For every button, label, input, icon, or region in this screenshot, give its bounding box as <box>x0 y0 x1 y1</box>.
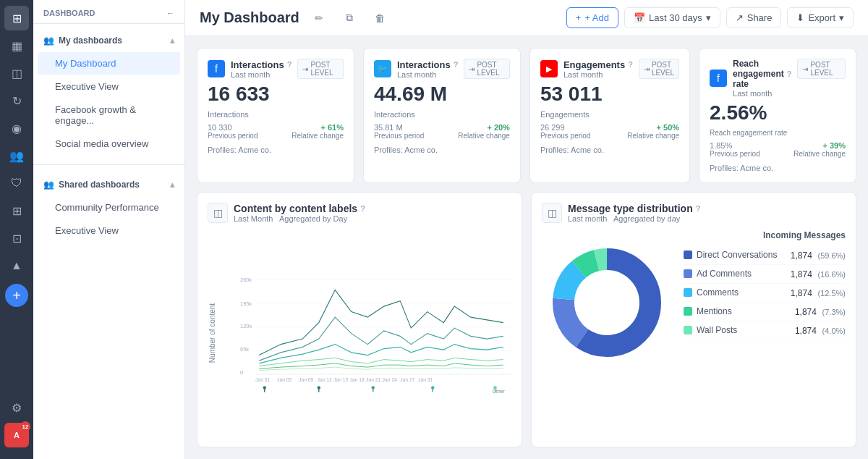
legend-left: Ad Comments <box>684 269 752 279</box>
card3-help-icon[interactable]: ? <box>628 60 633 69</box>
donut-chart-svg <box>542 237 672 368</box>
sidebar-item-executive-view[interactable]: Executive View <box>38 75 180 98</box>
nav-refresh-icon[interactable]: ↻ <box>4 88 29 113</box>
donut-area: Incoming Messages Direct Conversations 1… <box>542 230 846 437</box>
content-chart-help-icon[interactable]: ? <box>360 204 365 213</box>
date-range-label: Last 30 days <box>649 12 702 23</box>
sidebar-item-facebook-growth[interactable]: Facebook growth & engage... <box>38 98 180 132</box>
card2-prev: 35.81 M <box>374 123 424 132</box>
share-label: Share <box>747 12 773 23</box>
card2-help-icon[interactable]: ? <box>454 60 459 69</box>
svg-text:Jan 27: Jan 27 <box>400 376 415 382</box>
edit-button[interactable]: ✏ <box>308 7 330 29</box>
card3-change-label: Relative change <box>627 132 679 140</box>
legend-dot <box>684 307 692 316</box>
svg-point-23 <box>318 386 321 389</box>
shared-dashboards-icon: 👥 <box>43 180 54 190</box>
card3-title: Engagements <box>563 59 625 70</box>
card4-subtitle: Last month <box>733 89 791 98</box>
card4-value-label: Reach engagement rate <box>710 129 846 137</box>
card4-profiles: Profiles: Acme co. <box>710 164 846 172</box>
nav-chart-icon[interactable]: ▦ <box>4 33 29 58</box>
legend-label: Comments <box>697 287 739 298</box>
card1-title: Interactions <box>231 59 284 70</box>
sidebar-item-my-dashboard[interactable]: My Dashboard <box>38 52 180 75</box>
card4-help-icon[interactable]: ? <box>787 70 792 78</box>
legend-dot <box>684 326 692 334</box>
nav-globe-icon[interactable]: ◉ <box>4 116 29 140</box>
svg-point-25 <box>372 386 375 389</box>
legend-dot <box>684 269 692 278</box>
metric-card-yt-engagements: ▶ Engagements ? Last month ⇥ POST LEVEL … <box>529 48 690 183</box>
card3-prev: 26 299 <box>540 123 590 132</box>
card4-badge: ⇥ POST LEVEL <box>797 59 846 79</box>
svg-text:Jan 21: Jan 21 <box>366 376 381 382</box>
svg-point-36 <box>575 271 639 334</box>
nav-user-avatar[interactable]: A 12 <box>4 423 29 447</box>
legend-item: Direct Conversations 1,874 (59.6%) <box>684 246 846 265</box>
legend-value-group: 1,874 (59.6%) <box>791 250 846 261</box>
add-button[interactable]: + + Add <box>566 7 618 28</box>
share-button[interactable]: ↗ Share <box>726 7 782 28</box>
svg-text:195k: 195k <box>240 300 252 306</box>
nav-settings-icon[interactable]: ⚙ <box>4 395 29 420</box>
nav-shield-icon[interactable]: 🛡 <box>4 171 29 195</box>
sidebar-back-icon[interactable]: ← <box>166 9 174 17</box>
export-button[interactable]: ⬇ Export ▾ <box>787 7 854 28</box>
legend-dot <box>684 288 692 297</box>
legend-label: Ad Comments <box>697 269 752 279</box>
delete-button[interactable]: 🗑 <box>369 7 391 29</box>
sidebar-item-my-dashboard-label: My Dashboard <box>55 58 116 69</box>
message-chart-help-icon[interactable]: ? <box>696 204 701 213</box>
sidebar-item-facebook-growth-label: Facebook growth & engage... <box>55 104 170 126</box>
card3-badge: ⇥ POST LEVEL <box>639 59 679 79</box>
content-chart-title: Content by content labels <box>234 203 357 214</box>
notification-badge: 12 <box>20 421 30 431</box>
nav-layers2-icon[interactable]: ⊞ <box>4 198 29 223</box>
card1-help-icon[interactable]: ? <box>287 60 292 69</box>
svg-text:Jan 31: Jan 31 <box>418 376 433 382</box>
copy-button[interactable]: ⧉ <box>339 7 360 29</box>
shared-dashboards-header[interactable]: 👥 Shared dashboards ▴ <box>33 174 184 195</box>
legend-value-group: 1,874 (16.6%) <box>791 269 846 279</box>
nav-grid-icon[interactable]: ⊞ <box>4 6 29 30</box>
shared-dashboards-section: 👥 Shared dashboards ▴ Community Performa… <box>33 168 184 248</box>
legend-value: 1,874 <box>791 250 812 261</box>
card2-change-label: Relative change <box>458 132 510 140</box>
topbar-actions: + + Add 📅 Last 30 days ▾ ↗ Share ⬇ Expor… <box>566 7 854 28</box>
bottom-row: ◫ Content by content labels ? Last Month… <box>197 192 856 447</box>
my-dashboards-header[interactable]: 👥 My dashboards ▴ <box>33 30 184 51</box>
legend-pct: (7.3%) <box>822 308 846 316</box>
card1-change-label: Relative change <box>292 132 344 140</box>
legend-pct: (59.6%) <box>817 251 846 260</box>
sidebar-item-executive-view-label: Executive View <box>55 81 119 92</box>
nav-add-button[interactable]: + <box>5 284 28 307</box>
nav-users-icon[interactable]: 👥 <box>4 143 29 168</box>
legend-value: 1,874 <box>791 288 812 298</box>
nav-thumb-icon[interactable]: ▲ <box>4 253 29 278</box>
card2-badge: ⇥ POST LEVEL <box>464 59 510 79</box>
sidebar-item-social-media[interactable]: Social media overview <box>38 132 180 155</box>
topbar-left: My Dashboard ✏ ⧉ 🗑 <box>200 7 391 29</box>
date-range-button[interactable]: 📅 Last 30 days ▾ <box>624 7 720 28</box>
card1-change: + 61% <box>292 123 344 132</box>
svg-text:Jan 01: Jan 01 <box>255 376 271 382</box>
metric-card-tw-interactions: 🐦 Interactions ? Last month ⇥ POST LEVEL… <box>363 48 521 183</box>
nav-robot-icon[interactable]: ⊡ <box>4 226 29 250</box>
metric-card-fb-interactions: f Interactions ? Last month ⇥ POST LEVEL… <box>197 48 354 183</box>
content-chart-icon: ◫ <box>208 203 228 223</box>
export-chevron-icon: ▾ <box>839 12 844 23</box>
sidebar-item-community[interactable]: Community Performance <box>38 196 180 219</box>
legend-item: Ad Comments 1,874 (16.6%) <box>684 265 846 284</box>
calendar-icon: 📅 <box>634 12 645 23</box>
card1-prev-label: Previous period <box>208 132 258 140</box>
shared-dashboards-label: Shared dashboards <box>59 180 140 190</box>
card4-value: 2.56% <box>710 102 846 125</box>
nav-layers-icon[interactable]: ◫ <box>4 61 29 85</box>
svg-text:Other: Other <box>493 389 506 394</box>
legend-label: Mentions <box>697 306 732 316</box>
sidebar-item-community-label: Community Performance <box>55 202 159 213</box>
svg-text:Jan 18: Jan 18 <box>350 376 365 382</box>
sidebar-item-exec-view[interactable]: Executive View <box>38 219 180 242</box>
card4-change-label: Relative change <box>793 150 846 158</box>
